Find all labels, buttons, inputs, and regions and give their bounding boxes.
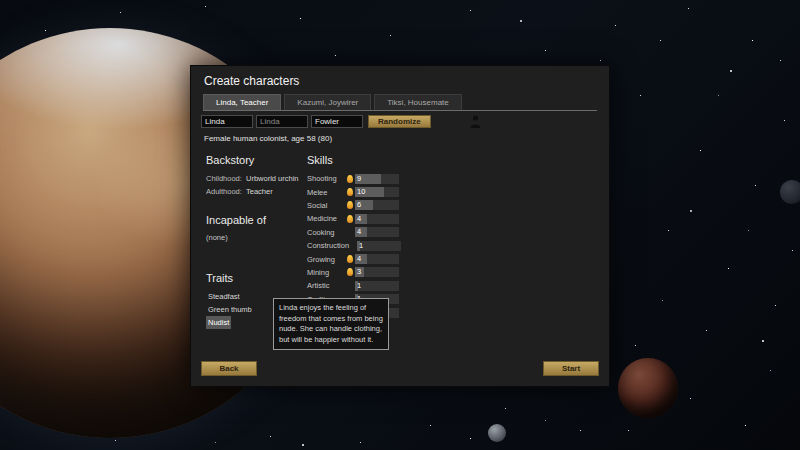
gray-moon bbox=[488, 424, 506, 442]
trait-item[interactable]: Steadfast bbox=[206, 290, 242, 303]
dialog-title: Create characters bbox=[204, 74, 299, 88]
incapable-section: Incapable of (none) bbox=[206, 214, 306, 244]
skill-name: Artistic bbox=[307, 281, 347, 290]
game-screen: Create characters Linda, Teacher Kazumi,… bbox=[0, 0, 800, 450]
skill-bar: 4 bbox=[355, 214, 399, 224]
skill-name: Melee bbox=[307, 188, 347, 197]
childhood-row[interactable]: Childhood: Urbworld urchin bbox=[206, 172, 306, 185]
incapable-value: (none) bbox=[206, 232, 306, 244]
skill-level: 6 bbox=[357, 200, 361, 210]
skill-name: Cooking bbox=[307, 228, 347, 237]
backstory-heading: Backstory bbox=[206, 154, 306, 166]
skills-column: Skills Shooting 9 bbox=[307, 154, 419, 319]
passion-flame-icon bbox=[347, 175, 353, 183]
skill-name: Growing bbox=[307, 255, 347, 264]
incapable-heading: Incapable of bbox=[206, 214, 306, 226]
name-row: Randomize bbox=[201, 115, 481, 128]
skill-row[interactable]: Growing 4 bbox=[307, 252, 419, 265]
passion-flame-icon bbox=[347, 201, 353, 209]
skill-row[interactable]: Cooking 4 bbox=[307, 226, 419, 239]
passion-flame-icon bbox=[347, 268, 353, 276]
skills-heading: Skills bbox=[307, 154, 419, 166]
skill-name: Construction bbox=[307, 241, 349, 250]
red-moon bbox=[618, 358, 678, 418]
skill-row[interactable]: Shooting 9 bbox=[307, 172, 419, 185]
skill-name: Medicine bbox=[307, 214, 347, 223]
trait-item[interactable]: Green thumb bbox=[206, 303, 254, 316]
passion-flame-icon bbox=[347, 188, 353, 196]
skill-row[interactable]: Mining 3 bbox=[307, 266, 419, 279]
last-name-input[interactable] bbox=[311, 115, 363, 128]
skill-level: 4 bbox=[357, 214, 361, 224]
tab-character-1[interactable]: Linda, Teacher bbox=[203, 94, 281, 110]
childhood-value: Urbworld urchin bbox=[246, 172, 299, 185]
skill-name: Shooting bbox=[307, 174, 347, 183]
skill-bar: 3 bbox=[355, 267, 399, 277]
skill-level: 1 bbox=[357, 281, 361, 291]
first-name-input[interactable] bbox=[201, 115, 253, 128]
skill-row[interactable]: Artistic 1 bbox=[307, 279, 419, 292]
skill-level: 1 bbox=[359, 241, 363, 251]
skill-row[interactable]: Medicine 4 bbox=[307, 212, 419, 225]
character-summary: Female human colonist, age 58 (80) bbox=[204, 134, 332, 143]
skill-bar: 1 bbox=[355, 281, 399, 291]
skill-bar: 9 bbox=[355, 174, 399, 184]
distant-moon bbox=[780, 180, 800, 204]
skill-level: 9 bbox=[357, 174, 361, 184]
start-button[interactable]: Start bbox=[543, 361, 599, 376]
skill-level: 10 bbox=[357, 187, 365, 197]
adulthood-row[interactable]: Adulthood: Teacher bbox=[206, 185, 306, 198]
traits-heading: Traits bbox=[206, 272, 306, 284]
skill-bar: 1 bbox=[357, 241, 401, 251]
nickname-input[interactable] bbox=[256, 115, 308, 128]
skill-row[interactable]: Social 6 bbox=[307, 199, 419, 212]
childhood-label: Childhood: bbox=[206, 172, 246, 185]
adulthood-value: Teacher bbox=[246, 185, 273, 198]
adulthood-label: Adulthood: bbox=[206, 185, 246, 198]
skill-bar: 10 bbox=[355, 187, 399, 197]
person-icon bbox=[470, 115, 481, 128]
skill-level: 3 bbox=[357, 267, 361, 277]
trait-tooltip: Linda enjoys the feeling of freedom that… bbox=[273, 298, 389, 350]
skill-row[interactable]: Melee 10 bbox=[307, 185, 419, 198]
skill-name: Mining bbox=[307, 268, 347, 277]
randomize-button[interactable]: Randomize bbox=[368, 115, 431, 128]
skill-bar: 6 bbox=[355, 200, 399, 210]
starfield-bright bbox=[0, 0, 2, 2]
skill-bar: 4 bbox=[355, 254, 399, 264]
tab-character-2[interactable]: Kazumi, Joywirer bbox=[284, 94, 371, 110]
skill-name: Social bbox=[307, 201, 347, 210]
skill-level: 4 bbox=[357, 254, 361, 264]
skill-level: 4 bbox=[357, 227, 361, 237]
character-tabs: Linda, Teacher Kazumi, Joywirer Tiksi, H… bbox=[203, 94, 597, 111]
skill-row[interactable]: Construction 1 bbox=[307, 239, 419, 252]
passion-flame-icon bbox=[347, 255, 353, 263]
trait-item[interactable]: Nudist bbox=[206, 316, 231, 329]
skill-bar: 4 bbox=[355, 227, 399, 237]
create-characters-dialog: Create characters Linda, Teacher Kazumi,… bbox=[190, 65, 610, 387]
passion-flame-icon bbox=[347, 215, 353, 223]
back-button[interactable]: Back bbox=[201, 361, 257, 376]
tab-character-3[interactable]: Tiksi, Housemate bbox=[374, 94, 462, 110]
